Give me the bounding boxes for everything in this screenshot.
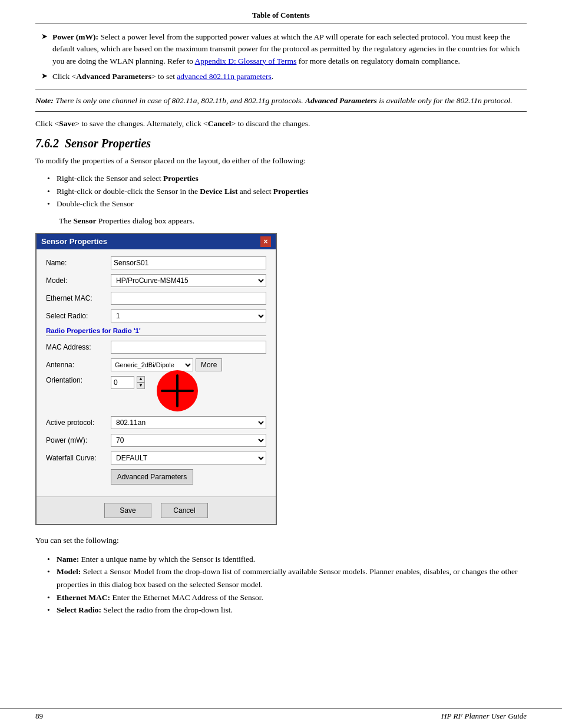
list-item-model: Model: Select a Sensor Model from the dr… <box>47 565 527 591</box>
antenna-controls: Generic_2dBi/Dipole More <box>111 358 222 371</box>
section-intro: To modify the properties of a Sensor pla… <box>35 155 527 167</box>
save-note: Click <Save> to save the changes. Altern… <box>35 119 527 129</box>
active-protocol-wrapper: 802.11an <box>111 416 266 429</box>
select-radio-row: Select Radio: 1 <box>46 309 266 322</box>
dialog-body: Name: Model: HP/ProCurve-MSM415 Ethernet… <box>37 249 276 496</box>
name-label-bold: Name: <box>57 555 79 564</box>
intro-bullets: ➤ Power (mW): Select a power level from … <box>35 31 527 83</box>
bullet-power-text: Power (mW): Select a power level from th… <box>52 31 527 67</box>
orientation-input[interactable] <box>111 376 134 389</box>
orientation-row: Orientation: ▲ ▼ <box>46 376 266 411</box>
select-radio-label: Select Radio: <box>46 312 111 320</box>
name-label: Name: <box>46 259 111 267</box>
more-button[interactable]: More <box>196 358 222 371</box>
ethernet-mac-row: Ethernet MAC: <box>46 292 266 305</box>
antenna-select[interactable]: Generic_2dBi/Dipole <box>111 358 193 371</box>
model-label: Model: <box>46 276 111 285</box>
name-input[interactable] <box>111 256 266 269</box>
cancel-bold: Cancel <box>208 119 232 128</box>
waterfall-select-wrapper: DEFAULT <box>111 452 266 465</box>
bullet-arrow-2: ➤ <box>41 71 48 81</box>
active-protocol-select[interactable]: 802.11an <box>111 416 266 429</box>
note-text: Note: There is only one channel in case … <box>35 96 513 105</box>
after-dialog-list: Name: Enter a unique name by which the S… <box>35 553 527 617</box>
section-title: Sensor Properties <box>65 137 151 150</box>
power-select[interactable]: 70 <box>111 434 266 447</box>
list-item: Double-click the Sensor <box>47 197 527 210</box>
select-radio-wrapper: 1 <box>111 309 266 322</box>
name-row: Name: <box>46 256 266 269</box>
power-mw-label: Power (mW): <box>46 436 111 444</box>
spinner-arrows: ▲ ▼ <box>137 376 145 389</box>
list-item-ethernet: Ethernet MAC: Enter the Ethernet MAC Add… <box>47 591 527 604</box>
waterfall-select[interactable]: DEFAULT <box>111 452 266 465</box>
page-header: Table of Contents <box>35 11 527 24</box>
appendix-link[interactable]: Appendix D: Glossary of Terms <box>195 57 297 65</box>
dialog-wrapper: Sensor Properties × Name: Model: HP/ProC… <box>35 233 527 525</box>
active-protocol-row: Active protocol: 802.11an <box>46 416 266 429</box>
dialog-footer: Save Cancel <box>37 496 276 524</box>
radio-section-label: Radio Properties for Radio '1' <box>46 327 266 336</box>
radio-label-bold: Select Radio: <box>57 605 101 614</box>
compass-cross <box>157 370 198 411</box>
save-note-text: Click <Save> to save the changes. Altern… <box>35 119 310 128</box>
ethernet-label-bold: Ethernet MAC: <box>57 593 110 602</box>
page-container: Table of Contents ➤ Power (mW): Select a… <box>0 0 562 728</box>
cancel-button[interactable]: Cancel <box>161 503 208 518</box>
page-number: 89 <box>35 711 43 721</box>
list-item-radio: Select Radio: Select the radio from the … <box>47 604 527 617</box>
section-number: 7.6.2 <box>35 137 59 150</box>
dialog-close-button[interactable]: × <box>260 236 271 247</box>
waterfall-label: Waterfall Curve: <box>46 454 111 462</box>
antenna-label: Antenna: <box>46 361 111 369</box>
mac-address-input[interactable] <box>111 341 266 354</box>
active-protocol-label: Active protocol: <box>46 419 111 427</box>
bullet-power: ➤ Power (mW): Select a power level from … <box>35 31 527 67</box>
list-item: Right-click or double-click the Sensor i… <box>47 185 527 198</box>
advanced-link[interactable]: advanced 802.11n parameters <box>177 72 271 81</box>
dialog-title-bar: Sensor Properties × <box>37 234 276 249</box>
section-heading: 7.6.2 Sensor Properties <box>35 137 527 150</box>
model-label-bold: Model: <box>57 567 81 576</box>
ethernet-mac-label: Ethernet MAC: <box>46 294 111 302</box>
properties-bold-2: Properties <box>273 187 309 196</box>
note-italic: Note: There is only one channel in case … <box>35 96 513 105</box>
sensor-bold: Sensor <box>73 216 96 225</box>
spinner-up[interactable]: ▲ <box>137 376 145 383</box>
device-list-bold: Device List <box>200 187 237 196</box>
bullet-arrow-1: ➤ <box>41 32 48 41</box>
advanced-parameters-button[interactable]: Advanced Parameters <box>111 469 193 485</box>
orientation-label: Orientation: <box>46 376 111 384</box>
save-bold: Save <box>59 119 75 128</box>
sensor-properties-dialog: Sensor Properties × Name: Model: HP/ProC… <box>35 233 277 525</box>
properties-bold-1: Properties <box>163 174 199 183</box>
list-item-name: Name: Enter a unique name by which the S… <box>47 553 527 566</box>
model-row: Model: HP/ProCurve-MSM415 <box>46 274 266 287</box>
antenna-row: Antenna: Generic_2dBi/Dipole More <box>46 358 266 371</box>
footer-doc-title: HP RF Planner User Guide <box>441 711 527 721</box>
ethernet-mac-input[interactable] <box>111 292 266 305</box>
note-box: Note: There is only one channel in case … <box>35 90 527 112</box>
after-dialog-intro: You can set the following: <box>35 535 527 547</box>
save-button[interactable]: Save <box>104 503 151 518</box>
orientation-controls: ▲ ▼ <box>111 376 198 411</box>
power-label-bold: Power (mW): <box>52 32 98 41</box>
mac-address-row: MAC Address: <box>46 341 266 354</box>
page-footer: 89 HP RF Planner User Guide <box>0 709 562 721</box>
note-adv-bold: Advanced Parameters <box>305 96 377 105</box>
dialog-title: Sensor Properties <box>41 237 107 246</box>
compass-circle <box>157 370 198 411</box>
model-select[interactable]: HP/ProCurve-MSM415 <box>111 274 266 287</box>
bullet-advanced-text: Click <Advanced Parameters> to set advan… <box>52 71 273 83</box>
adv-params-bold: Advanced Parameters <box>76 72 151 81</box>
select-radio-select[interactable]: 1 <box>111 309 266 322</box>
waterfall-row: Waterfall Curve: DEFAULT <box>46 452 266 465</box>
header-title: Table of Contents <box>252 11 310 19</box>
dialog-intro-note: The Sensor Properties dialog box appears… <box>35 216 527 226</box>
spinner-down[interactable]: ▼ <box>137 383 145 389</box>
power-select-wrapper: 70 <box>111 434 266 447</box>
power-row: Power (mW): 70 <box>46 434 266 447</box>
note-bold: Note: <box>35 96 54 105</box>
bullet-advanced: ➤ Click <Advanced Parameters> to set adv… <box>35 71 527 83</box>
section-bullet-list: Right-click the Sensor and select Proper… <box>35 172 527 210</box>
